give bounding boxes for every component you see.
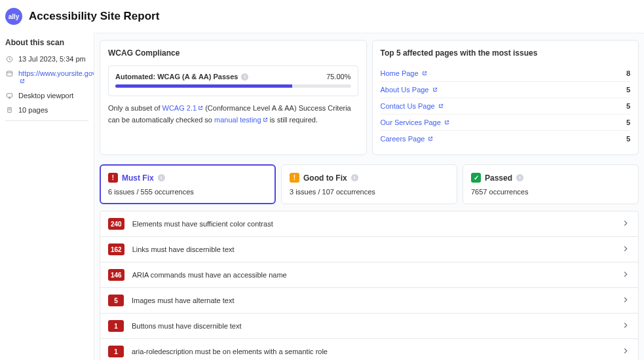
- issue-text: Links must have discernible text: [132, 245, 621, 253]
- manual-testing-link[interactable]: manual testing: [214, 116, 268, 124]
- issue-row[interactable]: 146ARIA commands must have an accessible…: [100, 262, 639, 288]
- info-icon[interactable]: i: [351, 174, 358, 181]
- chevron-right-icon: [621, 346, 630, 357]
- affected-card: Top 5 affected pages with the most issue…: [372, 40, 639, 155]
- affected-count: 5: [626, 135, 630, 143]
- issue-text: aria-roledescription must be on elements…: [132, 348, 621, 355]
- issue-text: Buttons must have discernible text: [132, 322, 621, 330]
- external-icon: [422, 69, 427, 77]
- scan-pages: 10 pages: [5, 106, 88, 114]
- issue-row[interactable]: 162Links must have discernible text: [100, 237, 639, 262]
- issue-count-badge: 5: [108, 295, 124, 306]
- issue-count-badge: 146: [108, 269, 124, 281]
- affected-item: Contact Us Page 5: [381, 98, 631, 115]
- wcag-note: Only a subset of WCAG 2.1 (Conformance L…: [108, 103, 358, 126]
- progress-box: Automated: WCAG (A & AA) Passes i 75.00%: [108, 65, 358, 96]
- wcag-title: WCAG Compliance: [108, 48, 358, 58]
- external-icon: [444, 118, 449, 126]
- header: ally Accessibility Site Report: [0, 0, 644, 33]
- page-title: Accessibility Site Report: [29, 10, 159, 23]
- chevron-right-icon: [621, 219, 630, 230]
- chevron-right-icon: [621, 321, 630, 332]
- info-icon[interactable]: i: [241, 73, 248, 81]
- affected-item: Our Services Page 5: [381, 115, 631, 131]
- tabs: ! Must Fix i 6 issues / 555 occurrences …: [100, 164, 639, 204]
- svg-rect-1: [7, 71, 12, 75]
- monitor-icon: [5, 92, 13, 99]
- browser-icon: [5, 69, 13, 77]
- affected-count: 5: [626, 118, 630, 126]
- logo: ally: [5, 8, 22, 25]
- main: WCAG Compliance Automated: WCAG (A & AA)…: [94, 33, 644, 360]
- issue-row[interactable]: 1aria-roledescription must be on element…: [100, 339, 639, 360]
- scan-viewport: Desktop viewport: [5, 92, 88, 99]
- issue-text: Elements must have sufficient color cont…: [132, 220, 621, 228]
- wcag-link[interactable]: WCAG 2.1: [162, 104, 204, 112]
- issue-text: Images must have alternate text: [132, 297, 621, 304]
- affected-item: About Us Page 5: [381, 82, 631, 98]
- affected-page-link[interactable]: About Us Page: [381, 86, 438, 94]
- external-icon: [20, 77, 25, 85]
- tab-passed[interactable]: ✓ Passed i 7657 occurrences: [463, 164, 639, 204]
- affected-count: 5: [626, 86, 630, 94]
- issue-text: ARIA commands must have an accessible na…: [132, 271, 621, 279]
- svg-rect-2: [7, 93, 12, 97]
- issue-count-badge: 240: [108, 218, 124, 230]
- affected-item: Careers Page 5: [381, 131, 631, 147]
- affected-count: 5: [626, 102, 630, 110]
- info-icon[interactable]: i: [516, 174, 523, 181]
- progress-bar: [115, 84, 351, 88]
- chevron-right-icon: [621, 295, 630, 306]
- issue-count-badge: 162: [108, 243, 124, 255]
- tab-goodtofix[interactable]: ! Good to Fix i 3 issues / 107 occurrenc…: [281, 164, 457, 204]
- issue-count-badge: 1: [108, 320, 124, 332]
- affected-page-link[interactable]: Contact Us Page: [381, 102, 444, 110]
- sidebar-heading: About this scan: [5, 38, 88, 47]
- check-icon: ✓: [471, 173, 481, 183]
- issue-row[interactable]: 240Elements must have sufficient color c…: [100, 211, 639, 237]
- tab-mustfix[interactable]: ! Must Fix i 6 issues / 555 occurrences: [100, 164, 276, 204]
- affected-page-link[interactable]: Home Page: [381, 69, 427, 77]
- issue-count-badge: 1: [108, 346, 124, 357]
- pages-icon: [5, 106, 13, 114]
- scan-url: https://www.yoursite.gov.sg/: [5, 69, 88, 85]
- issue-row[interactable]: 1Buttons must have discernible text: [100, 314, 639, 339]
- external-icon: [438, 102, 444, 110]
- wcag-card: WCAG Compliance Automated: WCAG (A & AA)…: [100, 40, 367, 155]
- external-icon: [198, 103, 203, 115]
- affected-page-link[interactable]: Our Services Page: [381, 118, 449, 126]
- affected-title: Top 5 affected pages with the most issue…: [381, 48, 631, 58]
- progress-value: 75.00%: [326, 73, 350, 81]
- affected-count: 8: [626, 69, 630, 77]
- sidebar: About this scan 13 Jul 2023, 5:34 pm htt…: [0, 33, 94, 360]
- chevron-right-icon: [621, 270, 630, 281]
- info-icon[interactable]: i: [158, 174, 165, 181]
- affected-item: Home Page 8: [381, 65, 631, 82]
- alert-icon: !: [108, 173, 118, 183]
- warning-icon: !: [290, 173, 299, 183]
- external-icon: [432, 86, 438, 94]
- scan-date: 13 Jul 2023, 5:34 pm: [5, 55, 88, 63]
- chevron-right-icon: [621, 244, 630, 255]
- external-icon: [428, 135, 433, 143]
- issue-row[interactable]: 5Images must have alternate text: [100, 288, 639, 314]
- issue-list: 240Elements must have sufficient color c…: [100, 211, 639, 360]
- affected-page-link[interactable]: Careers Page: [381, 135, 434, 143]
- external-icon: [263, 115, 268, 126]
- clock-icon: [5, 55, 13, 63]
- progress-label: Automated: WCAG (A & AA) Passes i: [115, 73, 248, 81]
- sidebar-divider: [5, 120, 88, 121]
